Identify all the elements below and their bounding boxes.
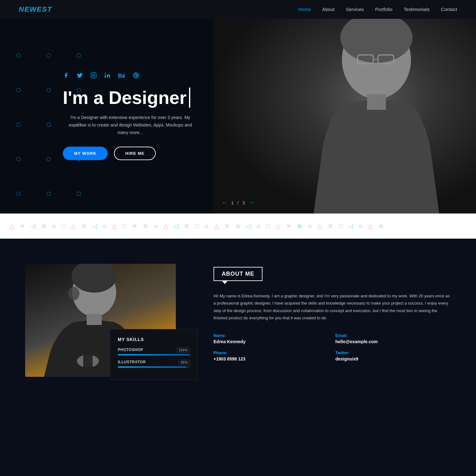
deco-circle-6: ○ — [308, 223, 312, 230]
deco-triangle-8: △ — [368, 222, 373, 230]
deco-square-2: □ — [122, 223, 126, 230]
hero-social-links: Bē — [63, 72, 198, 80]
nav-item-home[interactable]: Home — [298, 7, 311, 12]
deco-triangle-5: △ — [214, 222, 219, 230]
person-svg — [214, 19, 476, 214]
page-separator: / — [237, 200, 239, 205]
nav-item-contact[interactable]: Contact — [441, 7, 457, 12]
about-name-value: Edrea Kennedy — [214, 339, 329, 344]
page-current: 1 — [231, 200, 234, 205]
dot — [77, 192, 81, 196]
about-email-item: Email: hello@example.com — [335, 333, 451, 344]
about-right: ABOUT ME Hi! My name is Edrea Kennedy. I… — [214, 264, 451, 361]
skill-illustrator-bar-fill — [118, 366, 187, 368]
about-twitter-item: Twitter: designuix9 — [335, 350, 451, 361]
deco-circle-4: ○ — [205, 223, 208, 230]
nav-item-about[interactable]: About — [322, 7, 334, 12]
deco-wave-5: ≋ — [378, 222, 384, 230]
hero-section: Bē I'm a Designer I'm a Designer with ex… — [0, 19, 476, 214]
facebook-icon[interactable] — [63, 72, 69, 80]
about-phone-value: +1903 6598 123 — [214, 356, 329, 361]
deco-square-1: □ — [62, 223, 65, 230]
skill-photoshop-pct: 100% — [177, 348, 190, 353]
deco-x-5: ✕ — [224, 222, 230, 230]
deco-triangle-6: △ — [276, 222, 280, 230]
skill-illustrator-label: ILLUSTRATOR — [118, 360, 146, 365]
deco-x-3: ✕ — [132, 222, 137, 230]
deco-tri-left-2: ◁ — [92, 222, 97, 230]
deco-wave-1: ≋ — [41, 222, 46, 230]
dot — [16, 53, 21, 58]
deco-x-4: ✕ — [184, 222, 189, 230]
deco-tri-left-4: ◁ — [246, 222, 251, 230]
hero-buttons: MY WORK HIRE ME — [63, 147, 198, 160]
brand-logo[interactable]: NEWEST — [19, 5, 52, 14]
hero-pagination: ← 1 / 3 → — [222, 199, 254, 206]
deco-circle-7: ○ — [359, 223, 362, 230]
about-name-label: Name: — [214, 333, 329, 338]
about-phone-item: Phone: +1903 6598 123 — [214, 350, 329, 361]
hero-person-image — [214, 19, 476, 214]
hero-title: I'm a Designer — [63, 88, 190, 108]
deco-x-7: ✕ — [328, 222, 333, 230]
linkedin-icon[interactable] — [104, 72, 111, 80]
about-twitter-label: Twitter: — [335, 350, 451, 355]
svg-rect-14 — [87, 314, 102, 325]
about-email-value: hello@example.com — [335, 339, 451, 344]
skill-illustrator-bar-bg — [118, 366, 190, 368]
deco-triangle-4: △ — [163, 222, 168, 230]
prev-arrow[interactable]: ← — [222, 199, 227, 206]
deco-circle-1: ○ — [52, 223, 56, 230]
about-twitter-value: designuix9 — [335, 356, 451, 361]
deco-tri-left-3: ◁ — [174, 222, 178, 230]
svg-rect-17 — [83, 355, 93, 371]
deco-strip-inner: △ ✕ ◁ ≋ ○ □ △ ✕ ◁ ○ △ □ ✕ ≋ ○ △ ◁ ✕ □ ○ … — [0, 222, 476, 230]
deco-triangle-3: △ — [112, 222, 117, 230]
deco-triangle-1: △ — [9, 222, 14, 230]
deco-triangle-2: △ — [71, 222, 76, 230]
skill-illustrator: ILLUSTRATOR 95% — [118, 360, 190, 368]
decorative-strip: △ ✕ ◁ ≋ ○ □ △ ✕ ◁ ○ △ □ ✕ ≋ ○ △ ◁ ✕ □ ○ … — [0, 214, 476, 239]
deco-x-1: ✕ — [20, 222, 25, 230]
nav-menu: Home About Services Portfolio Testimonia… — [298, 7, 457, 12]
skill-illustrator-pct: 95% — [179, 360, 190, 365]
deco-x-6: ✕ — [286, 222, 291, 230]
deco-wave-4: ≋ — [297, 222, 302, 230]
behance-icon[interactable]: Bē — [118, 73, 125, 79]
dot — [46, 192, 51, 196]
svg-rect-3 — [367, 94, 386, 110]
my-work-button[interactable]: MY WORK — [63, 147, 108, 160]
skill-photoshop-label: PHOTOSHOP — [118, 348, 143, 353]
deco-circle-2: ○ — [103, 223, 106, 230]
deco-triangle-7: △ — [317, 222, 322, 230]
instagram-icon[interactable] — [90, 72, 97, 80]
dribbble-icon[interactable] — [133, 72, 139, 80]
about-phone-label: Phone: — [214, 350, 329, 355]
about-me-label: ABOUT ME — [214, 267, 262, 281]
deco-wave-2: ≋ — [143, 222, 148, 230]
skills-box: MY SKILLS PHOTOSHOP 100% ILLUSTRATOR 95% — [110, 329, 198, 380]
deco-circle-5: ○ — [257, 223, 261, 230]
deco-tri-left-1: ◁ — [31, 222, 35, 230]
hero-description: I'm a Designer with extensive experience… — [63, 114, 198, 136]
deco-tri-left-5: ◁ — [348, 222, 353, 230]
twitter-icon[interactable] — [77, 72, 83, 80]
svg-point-9 — [105, 73, 106, 74]
deco-square-5: □ — [339, 223, 343, 230]
hire-me-button[interactable]: HIRE ME — [114, 147, 156, 160]
deco-x-2: ✕ — [81, 222, 87, 230]
skill-photoshop-bar-bg — [118, 354, 190, 355]
hero-person-bg — [214, 19, 476, 214]
skills-title: MY SKILLS — [118, 337, 190, 342]
skill-photoshop: PHOTOSHOP 100% — [118, 348, 190, 355]
navbar: NEWEST Home About Services Portfolio Tes… — [0, 0, 476, 19]
next-arrow[interactable]: → — [249, 199, 254, 206]
nav-item-portfolio[interactable]: Portfolio — [375, 7, 392, 12]
nav-item-services[interactable]: Services — [346, 7, 364, 12]
deco-circle-3: ○ — [154, 223, 158, 230]
svg-rect-7 — [91, 73, 96, 78]
skill-photoshop-bar-fill — [118, 354, 190, 355]
deco-wave-3: ≋ — [235, 222, 241, 230]
nav-item-testimonials[interactable]: Testimonials — [404, 7, 430, 12]
about-info-grid: Name: Edrea Kennedy Email: hello@example… — [214, 333, 451, 361]
